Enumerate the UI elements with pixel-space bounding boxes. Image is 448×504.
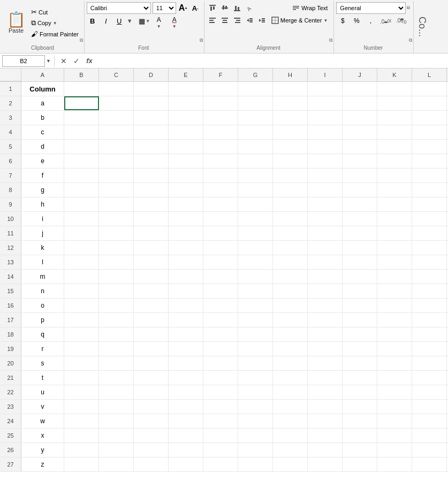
cell-A25[interactable]: x: [21, 429, 64, 442]
cell-K16[interactable]: [377, 299, 412, 312]
cell-D11[interactable]: [134, 226, 169, 240]
cell-E23[interactable]: [169, 400, 203, 414]
cell-A5[interactable]: d: [21, 140, 64, 154]
cell-C22[interactable]: [99, 385, 134, 399]
cell-G12[interactable]: [238, 241, 273, 255]
cell-F23[interactable]: [203, 400, 238, 414]
cell-B10[interactable]: [64, 212, 99, 226]
cell-F26[interactable]: [203, 443, 238, 457]
cell-H20[interactable]: [273, 356, 308, 370]
cell-C24[interactable]: [99, 414, 134, 428]
cell-H4[interactable]: [273, 125, 308, 139]
cell-C5[interactable]: [99, 140, 134, 154]
cell-B16[interactable]: [64, 299, 99, 312]
cell-D26[interactable]: [134, 443, 169, 457]
cell-B15[interactable]: [64, 284, 99, 298]
cell-F3[interactable]: [203, 111, 238, 125]
cell-D17[interactable]: [134, 313, 169, 327]
cell-D18[interactable]: [134, 327, 169, 341]
cell-K25[interactable]: [377, 429, 412, 442]
cell-G11[interactable]: [238, 226, 273, 240]
cell-B21[interactable]: [64, 371, 99, 385]
fill-dropdown[interactable]: ▼: [157, 24, 161, 29]
cell-J16[interactable]: [343, 299, 377, 312]
cell-K7[interactable]: [377, 169, 412, 182]
cell-H15[interactable]: [273, 284, 308, 298]
cell-H27[interactable]: [273, 457, 308, 471]
cell-E10[interactable]: [169, 212, 203, 226]
cell-G22[interactable]: [238, 385, 273, 399]
font-color-dropdown[interactable]: ▼: [172, 24, 177, 29]
cell-J6[interactable]: [343, 154, 377, 168]
copy-dropdown-arrow[interactable]: ▼: [53, 21, 57, 26]
cell-I26[interactable]: [308, 443, 343, 457]
cell-F27[interactable]: [203, 457, 238, 471]
cell-C23[interactable]: [99, 400, 134, 414]
cell-E25[interactable]: [169, 429, 203, 442]
cell-F19[interactable]: [203, 342, 238, 356]
cell-D2[interactable]: [134, 96, 169, 110]
cell-C13[interactable]: [99, 255, 134, 269]
cell-D20[interactable]: [134, 356, 169, 370]
cell-B12[interactable]: [64, 241, 99, 255]
cell-A16[interactable]: o: [21, 299, 64, 312]
cell-H8[interactable]: [273, 183, 308, 197]
cell-J12[interactable]: [343, 241, 377, 255]
formula-input[interactable]: [96, 55, 446, 67]
cell-A19[interactable]: r: [21, 342, 64, 356]
cell-J10[interactable]: [343, 212, 377, 226]
row-header-23[interactable]: 23: [0, 400, 21, 414]
cell-E18[interactable]: [169, 327, 203, 341]
row-header-11[interactable]: 11: [0, 226, 21, 240]
cell-G17[interactable]: [238, 313, 273, 327]
cell-K18[interactable]: [377, 327, 412, 341]
clipboard-expander[interactable]: ⧉: [80, 37, 83, 43]
cell-F21[interactable]: [203, 371, 238, 385]
cell-C17[interactable]: [99, 313, 134, 327]
cell-K9[interactable]: [377, 197, 412, 211]
row-header-22[interactable]: 22: [0, 385, 21, 399]
cell-B25[interactable]: [64, 429, 99, 442]
cell-D22[interactable]: [134, 385, 169, 399]
cell-I5[interactable]: [308, 140, 343, 154]
cell-D23[interactable]: [134, 400, 169, 414]
cell-I3[interactable]: [308, 111, 343, 125]
cell-J3[interactable]: [343, 111, 377, 125]
col-header-E[interactable]: E: [169, 68, 203, 81]
cell-B14[interactable]: [64, 270, 99, 284]
cell-K23[interactable]: [377, 400, 412, 414]
cell-K3[interactable]: [377, 111, 412, 125]
cell-G4[interactable]: [238, 125, 273, 139]
cell-C1[interactable]: [99, 82, 134, 96]
cell-F22[interactable]: [203, 385, 238, 399]
cell-I14[interactable]: [308, 270, 343, 284]
cell-C3[interactable]: [99, 111, 134, 125]
cell-C18[interactable]: [99, 327, 134, 341]
align-top-button[interactable]: [207, 2, 218, 14]
alignment-expander[interactable]: ⧉: [329, 37, 332, 43]
cell-L12[interactable]: [412, 241, 447, 255]
cell-E8[interactable]: [169, 183, 203, 197]
cell-I21[interactable]: [308, 371, 343, 385]
col-header-J[interactable]: J: [343, 68, 377, 81]
cell-G8[interactable]: [238, 183, 273, 197]
cell-H19[interactable]: [273, 342, 308, 356]
cell-J2[interactable]: [343, 96, 377, 110]
cell-J20[interactable]: [343, 356, 377, 370]
cell-G14[interactable]: [238, 270, 273, 284]
cancel-formula-button[interactable]: ✕: [58, 55, 70, 67]
cell-L11[interactable]: [412, 226, 447, 240]
increase-indent-button[interactable]: [256, 14, 268, 26]
font-name-select[interactable]: Calibri: [87, 2, 151, 14]
cell-J13[interactable]: [343, 255, 377, 269]
cell-H1[interactable]: [273, 82, 308, 96]
cell-I22[interactable]: [308, 385, 343, 399]
cell-L23[interactable]: [412, 400, 447, 414]
col-header-L[interactable]: L: [412, 68, 447, 81]
cell-J22[interactable]: [343, 385, 377, 399]
cell-I11[interactable]: [308, 226, 343, 240]
bold-button[interactable]: B: [87, 15, 98, 27]
cell-F12[interactable]: [203, 241, 238, 255]
cell-A12[interactable]: k: [21, 241, 64, 255]
cell-D14[interactable]: [134, 270, 169, 284]
